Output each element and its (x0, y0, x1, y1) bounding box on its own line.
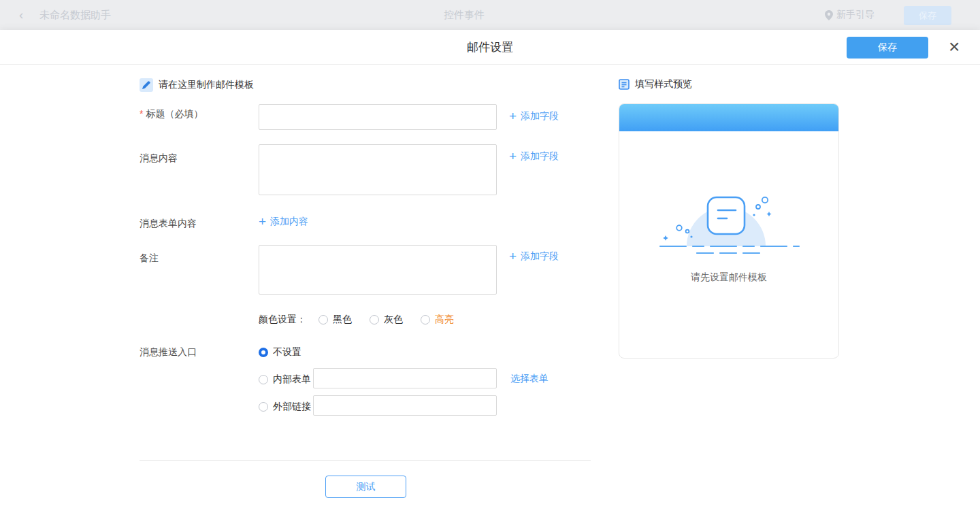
add-field-label: 添加字段 (521, 150, 559, 163)
appbar-save-button: 保存 (904, 6, 951, 25)
radio-internal-form[interactable] (259, 375, 268, 384)
plus-icon: + (509, 110, 517, 122)
preview-card: 请先设置邮件模板 (619, 103, 839, 359)
add-field-label: 添加字段 (521, 250, 559, 263)
remark-textarea[interactable] (259, 245, 497, 295)
preview-empty-text: 请先设置邮件模板 (619, 271, 838, 284)
plus-icon: + (509, 250, 517, 263)
template-section-title: 请在这里制作邮件模板 (159, 79, 254, 91)
radio-black[interactable] (318, 315, 328, 325)
app-tab-widget-events[interactable]: 控件事件 (444, 9, 485, 22)
modal-body: 请在这里制作邮件模板 *标题（必填） + 添加字段 消息内容 + 添加字段 消息… (0, 65, 980, 515)
add-content-link[interactable]: + 添加内容 (259, 216, 308, 228)
preview-header: 填写样式预览 (619, 78, 692, 90)
email-template-empty-illustration (655, 193, 804, 258)
close-icon[interactable]: × (949, 35, 960, 59)
color-setting-label: 颜色设置： (259, 314, 306, 326)
pencil-icon (140, 78, 153, 92)
external-link-input[interactable] (313, 395, 497, 416)
push-entrance-label: 消息推送入口 (140, 346, 197, 359)
back-icon[interactable]: ‹ (19, 7, 23, 23)
add-field-link-title[interactable]: + 添加字段 (509, 110, 559, 122)
guide-button[interactable]: 新手引导 (825, 9, 875, 21)
title-input[interactable] (259, 104, 497, 130)
title-label: *标题（必填） (140, 108, 203, 120)
add-field-link-remark[interactable]: + 添加字段 (509, 250, 559, 263)
app-title: 未命名数据助手 (39, 9, 111, 22)
template-section-header: 请在这里制作邮件模板 (140, 78, 254, 92)
remark-label: 备注 (140, 252, 159, 265)
app-bar: ‹ 未命名数据助手 控件事件 新手引导 保存 (0, 0, 980, 30)
color-option-black-label: 黑色 (333, 314, 352, 326)
add-field-link-content[interactable]: + 添加字段 (509, 150, 559, 163)
preview-banner (619, 104, 838, 131)
color-option-gray[interactable]: 灰色 (370, 314, 403, 326)
required-mark: * (140, 108, 143, 119)
add-content-label: 添加内容 (270, 216, 308, 228)
modal-header: 邮件设置 保存 × (0, 30, 980, 65)
save-button[interactable]: 保存 (847, 37, 928, 59)
document-icon (619, 79, 630, 90)
push-option-internal[interactable]: 内部表单 (259, 373, 311, 386)
color-option-gray-label: 灰色 (384, 314, 403, 326)
content-label: 消息内容 (140, 152, 178, 165)
content-textarea[interactable] (259, 144, 497, 195)
add-field-label: 添加字段 (521, 110, 559, 122)
form-divider (140, 460, 591, 461)
email-settings-modal: 邮件设置 保存 × 请在这里制作邮件模板 *标题（必填） + 添加字段 消息内容… (0, 30, 980, 515)
radio-none-selected[interactable] (259, 348, 268, 357)
title-label-text: 标题（必填） (146, 108, 203, 119)
choose-form-label: 选择表单 (510, 373, 549, 385)
color-setting-row: 颜色设置： 黑色 灰色 高亮 (259, 314, 454, 326)
modal-title: 邮件设置 (0, 30, 980, 65)
radio-gray[interactable] (370, 315, 379, 325)
choose-form-link[interactable]: 选择表单 (510, 373, 549, 385)
plus-icon: + (509, 150, 517, 163)
guide-label: 新手引导 (836, 9, 875, 21)
plus-icon: + (259, 216, 266, 228)
radio-highlight[interactable] (421, 315, 430, 325)
preview-title: 填写样式预览 (635, 78, 692, 90)
color-option-black[interactable]: 黑色 (318, 314, 352, 326)
push-option-none-label: 不设置 (273, 346, 301, 359)
push-option-none[interactable]: 不设置 (259, 346, 301, 359)
push-option-external[interactable]: 外部链接 (259, 401, 311, 413)
location-pin-icon (825, 10, 833, 20)
radio-external-link[interactable] (259, 402, 268, 412)
form-content-label: 消息表单内容 (140, 218, 197, 230)
test-button[interactable]: 测试 (325, 476, 406, 498)
color-option-highlight[interactable]: 高亮 (421, 314, 454, 326)
push-option-internal-label: 内部表单 (273, 373, 311, 386)
color-option-highlight-label: 高亮 (435, 314, 454, 326)
push-option-external-label: 外部链接 (273, 401, 311, 413)
internal-form-input[interactable] (313, 368, 497, 388)
